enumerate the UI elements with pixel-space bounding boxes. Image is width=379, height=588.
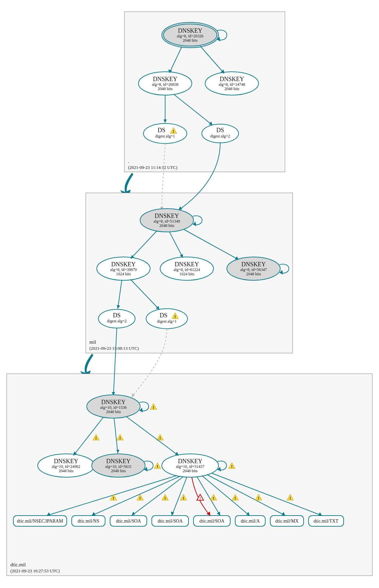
node-root-k2: DNSKEY alg=8, id=14748 2048 bits bbox=[205, 72, 259, 95]
svg-text:DNSKEY: DNSKEY bbox=[178, 458, 202, 465]
rrset-soa-2: dtic.mil/SOA bbox=[152, 516, 188, 526]
svg-text:alg=10, id=24962: alg=10, id=24962 bbox=[52, 464, 80, 469]
svg-text:dtic.mil/SOA: dtic.mil/SOA bbox=[157, 519, 183, 524]
svg-text:2048 bits: 2048 bits bbox=[225, 86, 240, 91]
svg-text:DNSKEY: DNSKEY bbox=[174, 261, 199, 268]
svg-text:DNSKEY: DNSKEY bbox=[154, 213, 179, 219]
node-root-ksk: DNSKEY alg=8, id=20326 2048 bits bbox=[162, 22, 219, 48]
node-dtic-k1: DNSKEY alg=10, id=24962 2048 bits bbox=[38, 454, 94, 477]
rrset-soa-1: dtic.mil/SOA bbox=[110, 516, 147, 526]
svg-text:DNSKEY: DNSKEY bbox=[153, 76, 177, 82]
rrset-txt: dtic.mil/TXT bbox=[309, 516, 344, 526]
zone-ts-dtic: (2021-09-23 16:27:53 UTC) bbox=[10, 568, 60, 573]
svg-text:2048 bits: 2048 bits bbox=[158, 86, 173, 91]
svg-text:2048 bits: 2048 bits bbox=[111, 469, 126, 473]
svg-text:alg=8, id=14748: alg=8, id=14748 bbox=[219, 82, 245, 87]
svg-text:dtic.mil/NS: dtic.mil/NS bbox=[78, 519, 99, 524]
node-dtic-ksk: DNSKEY alg=10, id=1536 2048 bits bbox=[87, 395, 140, 418]
svg-text:DNSKEY: DNSKEY bbox=[106, 458, 130, 465]
svg-text:dtic.mil/TXT: dtic.mil/TXT bbox=[314, 519, 339, 524]
rrset-soa-3: dtic.mil/SOA bbox=[194, 516, 230, 526]
rrset-ns: dtic.mil/NS bbox=[72, 516, 105, 526]
svg-point-21 bbox=[143, 123, 187, 143]
node-root-ds2: DS digest alg=2 bbox=[202, 124, 239, 143]
node-dtic-k3: DNSKEY alg=10, id=51437 2048 bits bbox=[162, 454, 219, 477]
svg-text:digest alg=1: digest alg=1 bbox=[157, 319, 176, 324]
svg-text:digest alg=2: digest alg=2 bbox=[210, 134, 230, 138]
svg-text:alg=10, id=5631: alg=10, id=5631 bbox=[105, 464, 132, 469]
svg-text:DNSKEY: DNSKEY bbox=[241, 261, 266, 268]
zone-label-dtic: dtic.mil bbox=[10, 562, 26, 567]
node-dtic-k2: DNSKEY alg=10, id=5631 2048 bits bbox=[92, 454, 145, 477]
rrset-a: dtic.mil/A bbox=[235, 516, 265, 526]
svg-text:2048 bits: 2048 bits bbox=[59, 469, 74, 473]
svg-text:DNSKEY: DNSKEY bbox=[111, 261, 135, 268]
svg-text:2048 bits: 2048 bits bbox=[246, 272, 261, 276]
node-mil-ds1: DS digest alg=1 bbox=[146, 309, 187, 329]
svg-text:1024 bits: 1024 bits bbox=[179, 272, 195, 276]
zone-mil: mil (2021-09-23 15:08:13 UTC) DNSKEY alg… bbox=[86, 143, 293, 353]
svg-text:2048 bits: 2048 bits bbox=[183, 38, 198, 43]
zone-label-mil: mil bbox=[89, 339, 96, 345]
svg-text:dtic.mil/A: dtic.mil/A bbox=[241, 519, 260, 524]
zone-label-root: . bbox=[128, 159, 129, 164]
zone-ts-root: (2021-09-23 11:14:12 UTC) bbox=[128, 165, 177, 170]
svg-text:1024 bits: 1024 bits bbox=[116, 272, 131, 276]
svg-text:2048 bits: 2048 bits bbox=[183, 469, 198, 473]
node-root-ds1: DS digest alg=1 bbox=[143, 123, 187, 143]
svg-text:alg=10, id=51437: alg=10, id=51437 bbox=[176, 464, 205, 469]
svg-text:dtic.mil/SOA: dtic.mil/SOA bbox=[199, 519, 225, 524]
svg-text:DNSKEY: DNSKEY bbox=[54, 458, 78, 465]
node-mil-k1: DNSKEY alg=8, id=39879 1024 bits bbox=[97, 257, 150, 280]
svg-text:alg=8, id=51349: alg=8, id=51349 bbox=[153, 219, 180, 224]
svg-text:DS: DS bbox=[113, 312, 120, 319]
node-mil-ds2: DS digest alg=2 bbox=[98, 309, 135, 328]
node-root-k1: DNSKEY alg=8, id=26838 2048 bits bbox=[138, 72, 192, 95]
dnssec-graph: ! ! . (2021-09-23 11:14:12 UTC) DNSKEY a… bbox=[0, 0, 379, 588]
svg-text:alg=8, id=56347: alg=8, id=56347 bbox=[240, 267, 267, 272]
svg-text:alg=8, id=20326: alg=8, id=20326 bbox=[177, 34, 204, 38]
svg-text:DS: DS bbox=[159, 312, 167, 319]
svg-text:dtic.mil/SOA: dtic.mil/SOA bbox=[116, 519, 141, 524]
svg-text:DNSKEY: DNSKEY bbox=[220, 76, 244, 82]
svg-text:alg=8, id=26838: alg=8, id=26838 bbox=[152, 82, 178, 87]
svg-text:DNSKEY: DNSKEY bbox=[178, 27, 202, 34]
zone-dtic: dtic.mil (2021-09-23 16:27:53 UTC) DNSKE… bbox=[7, 328, 372, 576]
svg-text:digest alg=2: digest alg=2 bbox=[107, 319, 126, 323]
svg-text:2048 bits: 2048 bits bbox=[106, 409, 121, 414]
svg-text:dtic.mil/MX: dtic.mil/MX bbox=[275, 519, 299, 524]
zone-ts-mil: (2021-09-23 15:08:13 UTC) bbox=[89, 346, 139, 351]
node-mil-ksk: DNSKEY alg=8, id=51349 2048 bits bbox=[140, 209, 194, 232]
node-mil-k3: DNSKEY alg=8, id=56347 2048 bits bbox=[227, 257, 280, 280]
svg-text:dtic.mil/NSEC3PARAM: dtic.mil/NSEC3PARAM bbox=[17, 519, 63, 524]
svg-text:2048 bits: 2048 bits bbox=[159, 223, 174, 228]
svg-text:DS: DS bbox=[157, 127, 165, 133]
rrset-mx: dtic.mil/MX bbox=[270, 516, 304, 526]
zone-root: . (2021-09-23 11:14:12 UTC) DNSKEY alg=8… bbox=[124, 12, 285, 172]
svg-text:digest alg=1: digest alg=1 bbox=[155, 134, 175, 138]
node-mil-k2: DNSKEY alg=8, id=61224 1024 bits bbox=[160, 257, 214, 280]
svg-text:alg=8, id=39879: alg=8, id=39879 bbox=[110, 267, 137, 272]
svg-text:DNSKEY: DNSKEY bbox=[101, 399, 125, 405]
svg-text:alg=8, id=61224: alg=8, id=61224 bbox=[173, 267, 200, 272]
svg-text:DS: DS bbox=[216, 127, 224, 133]
rrset-nsec3param: dtic.mil/NSEC3PARAM bbox=[13, 516, 67, 526]
svg-text:alg=10, id=1536: alg=10, id=1536 bbox=[100, 405, 127, 410]
svg-point-56 bbox=[146, 309, 187, 329]
